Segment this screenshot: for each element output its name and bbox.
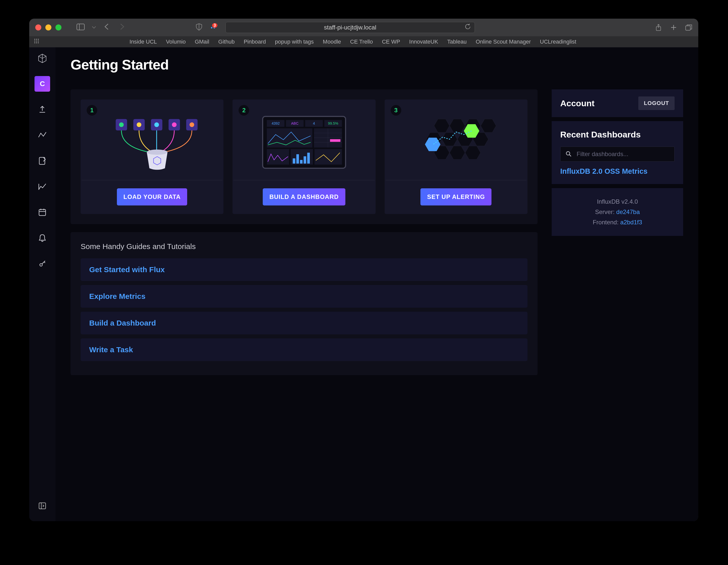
extension-badge: 3 <box>212 23 217 28</box>
svg-rect-63 <box>293 158 295 164</box>
sidebar-item-alerts[interactable] <box>35 230 50 246</box>
refresh-icon[interactable] <box>465 23 471 31</box>
guide-link-task[interactable]: Write a Task <box>81 338 527 361</box>
svg-line-20 <box>42 56 46 58</box>
illustration-dashboard: 4392 ABC 4 99.5% <box>233 100 375 180</box>
svg-marker-72 <box>481 119 496 133</box>
frontend-label: Frontend: <box>593 219 620 226</box>
favorite-link[interactable]: GMail <box>195 39 209 45</box>
close-window-button[interactable] <box>35 24 41 30</box>
svg-point-12 <box>36 41 37 42</box>
left-column: 1 <box>71 89 538 375</box>
sidebar-active-letter: C <box>40 80 45 88</box>
illustration-alerting <box>385 100 527 180</box>
tracking-shield-icon[interactable] <box>195 23 203 32</box>
favorites-bar: Inside UCL Volumio GMail Github Pinboard… <box>29 36 698 47</box>
svg-rect-0 <box>77 24 84 30</box>
sidebar-item-load-data[interactable] <box>35 102 50 117</box>
sidebar-item-tasks[interactable] <box>35 205 50 220</box>
browser-window: ●● 3 staff-pi-ucjtdjw.local Inside UCL <box>29 19 698 521</box>
back-button[interactable] <box>101 23 112 32</box>
influxdb-logo-icon[interactable] <box>35 51 50 66</box>
svg-point-15 <box>36 42 37 43</box>
traffic-lights <box>35 24 61 30</box>
svg-point-10 <box>38 39 39 40</box>
chevron-down-icon[interactable] <box>92 25 96 30</box>
minimize-window-button[interactable] <box>45 24 51 30</box>
sidebar-toggle-icon[interactable] <box>77 24 85 31</box>
svg-marker-78 <box>450 146 465 159</box>
svg-rect-65 <box>300 160 303 164</box>
main-content: Getting Started 1 <box>55 47 698 521</box>
svg-rect-60 <box>330 139 340 142</box>
server-hash-link[interactable]: de247ba <box>616 209 640 215</box>
svg-point-43 <box>147 150 168 155</box>
url-bar[interactable]: staff-pi-ucjtdjw.local <box>225 22 475 33</box>
svg-rect-64 <box>296 154 299 164</box>
favorite-link[interactable]: UCLreadinglist <box>540 39 576 45</box>
card-build-dashboard: 2 4392 ABC 4 99.5% <box>233 100 375 214</box>
favorite-link[interactable]: CE WP <box>382 39 400 45</box>
favorite-link[interactable]: Moodle <box>323 39 341 45</box>
sidebar-item-explorer[interactable] <box>35 127 50 143</box>
onboarding-cards: 1 <box>71 89 538 224</box>
sidebar-item-notebooks[interactable] <box>35 153 50 169</box>
guide-link-explore[interactable]: Explore Metrics <box>81 285 527 308</box>
favorite-link[interactable]: Inside UCL <box>129 39 157 45</box>
favorite-link[interactable]: Tableau <box>447 39 467 45</box>
favorite-link[interactable]: Github <box>218 39 235 45</box>
set-up-alerting-button[interactable]: SET UP ALERTING <box>420 188 491 206</box>
guides-panel: Some Handy Guides and Tutorials Get Star… <box>71 232 538 375</box>
favorite-link[interactable]: Online Scout Manager <box>476 39 531 45</box>
svg-point-14 <box>34 42 35 43</box>
sidebar-collapse-icon[interactable] <box>35 498 50 514</box>
guide-link-flux[interactable]: Get Started with Flux <box>81 258 527 281</box>
svg-marker-79 <box>465 146 481 159</box>
apps-grid-icon[interactable] <box>34 38 39 45</box>
sidebar-item-getting-started[interactable]: C <box>35 76 50 92</box>
app-body: C <box>29 47 698 521</box>
sidebar-item-boards[interactable] <box>35 179 50 194</box>
svg-point-38 <box>154 122 159 127</box>
svg-point-13 <box>38 41 39 42</box>
svg-rect-66 <box>304 156 306 164</box>
svg-point-40 <box>172 122 177 127</box>
card-number: 1 <box>87 105 97 116</box>
frontend-hash-link[interactable]: a2bd1f3 <box>620 219 642 226</box>
separator <box>386 180 526 180</box>
svg-rect-7 <box>686 26 690 30</box>
page-title: Getting Started <box>71 56 683 73</box>
filter-dashboards-input[interactable] <box>560 147 675 162</box>
svg-rect-26 <box>39 210 46 216</box>
recent-dashboard-link[interactable]: InfluxDB 2.0 OSS Metrics <box>560 167 675 176</box>
svg-marker-69 <box>434 119 450 133</box>
right-column: Account LOGOUT Recent Dashboards InfluxD… <box>552 89 683 375</box>
svg-point-8 <box>34 39 35 40</box>
server-label: Server: <box>595 209 616 215</box>
svg-point-16 <box>38 42 39 43</box>
new-tab-icon[interactable] <box>670 24 677 31</box>
server-line: Server: de247ba <box>560 207 675 217</box>
frontend-line: Frontend: a2bd1f3 <box>560 217 675 228</box>
card-number: 3 <box>391 105 401 116</box>
svg-point-11 <box>34 41 35 42</box>
build-dashboard-button[interactable]: BUILD A DASHBOARD <box>263 188 345 206</box>
svg-rect-68 <box>314 149 342 165</box>
url-text: staff-pi-ucjtdjw.local <box>324 24 376 31</box>
maximize-window-button[interactable] <box>55 24 61 30</box>
favorite-link[interactable]: popup with tags <box>275 39 314 45</box>
logout-button[interactable]: LOGOUT <box>638 96 675 110</box>
separator <box>82 180 222 180</box>
favorite-link[interactable]: Pinboard <box>244 39 266 45</box>
favorite-link[interactable]: CE Trello <box>350 39 373 45</box>
favorite-link[interactable]: Volumio <box>166 39 186 45</box>
share-icon[interactable] <box>655 24 662 31</box>
recent-dashboards-title: Recent Dashboards <box>560 130 675 140</box>
guide-link-dashboard[interactable]: Build a Dashboard <box>81 312 527 334</box>
sidebar-item-settings[interactable] <box>35 256 50 272</box>
load-your-data-button[interactable]: LOAD YOUR DATA <box>117 188 187 206</box>
tabs-overview-icon[interactable] <box>685 24 692 31</box>
favorite-link[interactable]: InnovateUK <box>409 39 438 45</box>
svg-point-42 <box>190 122 194 127</box>
extension-icon[interactable]: ●● 3 <box>211 25 216 30</box>
